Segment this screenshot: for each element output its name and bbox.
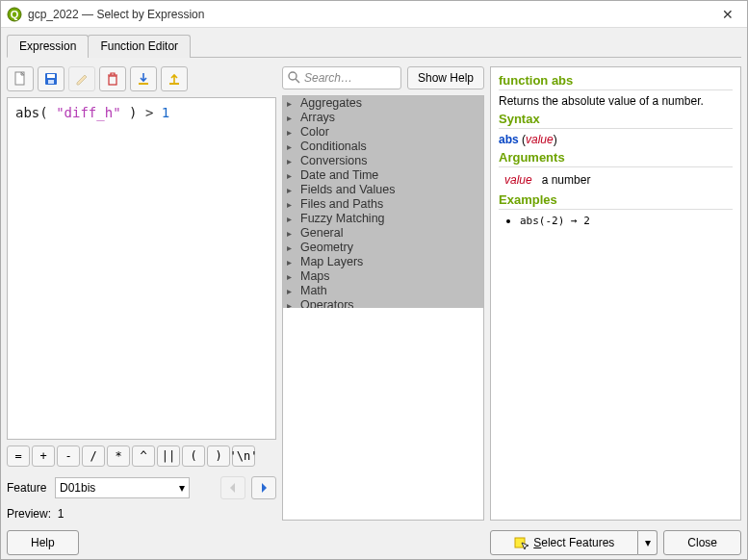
category-aggregates[interactable]: ▸Aggregates — [283, 96, 483, 111]
op-plus[interactable]: + — [32, 445, 55, 467]
expand-arrow-icon: ▸ — [287, 226, 300, 241]
help-button[interactable]: Help — [7, 530, 79, 555]
edit-button — [68, 66, 95, 91]
svg-rect-5 — [48, 80, 54, 84]
category-label: Aggregates — [300, 96, 362, 111]
next-feature-button[interactable] — [251, 476, 276, 499]
expand-arrow-icon: ▸ — [287, 255, 300, 269]
help-arg-row: value a number — [499, 171, 733, 189]
help-arg-name: value — [504, 173, 532, 187]
category-label: Geometry — [300, 241, 353, 255]
op-newline[interactable]: '\n' — [232, 445, 255, 467]
category-maps[interactable]: ▸Maps — [283, 269, 483, 284]
select-features-dropdown[interactable]: ▾ — [638, 530, 658, 555]
category-conversions[interactable]: ▸Conversions — [283, 154, 483, 168]
help-title: function abs — [499, 73, 733, 90]
expand-arrow-icon: ▸ — [287, 154, 300, 168]
svg-rect-6 — [109, 76, 116, 85]
help-arg-desc: a number — [542, 173, 591, 187]
svg-point-9 — [289, 72, 297, 80]
category-geometry[interactable]: ▸Geometry — [283, 241, 483, 255]
category-label: Fields and Values — [300, 183, 395, 197]
preview-value: 1 — [58, 507, 64, 521]
op-div[interactable]: / — [82, 445, 105, 467]
titlebar: Q gcp_2022 — Select by Expression ✕ — [1, 1, 747, 28]
feature-value: D01bis — [60, 481, 95, 495]
category-label: Conversions — [300, 154, 367, 168]
import-button[interactable] — [130, 66, 157, 91]
category-map-layers[interactable]: ▸Map Layers — [283, 255, 483, 269]
main-panes: abs( "diff_h" ) > 1 = + - / * ^ || ( ) '… — [7, 57, 741, 521]
chevron-down-icon: ▾ — [179, 481, 185, 495]
op-lparen[interactable]: ( — [182, 445, 205, 467]
export-button[interactable] — [161, 66, 188, 91]
category-label: Math — [300, 284, 327, 298]
expand-arrow-icon: ▸ — [287, 125, 300, 140]
expr-field: "diff_h" — [48, 105, 129, 120]
feature-combo[interactable]: D01bis ▾ — [55, 477, 190, 498]
op-mul[interactable]: * — [107, 445, 130, 467]
category-arrays[interactable]: ▸Arrays — [283, 111, 483, 125]
expression-pane: abs( "diff_h" ) > 1 = + - / * ^ || ( ) '… — [7, 66, 276, 521]
select-features-group: Select Features ▾ — [490, 530, 658, 555]
svg-line-10 — [296, 79, 299, 83]
category-files-and-paths[interactable]: ▸Files and Paths — [283, 197, 483, 212]
category-label: Files and Paths — [300, 197, 383, 212]
help-panel: function abs Returns the absolute value … — [490, 66, 741, 521]
op-minus[interactable]: - — [57, 445, 80, 467]
help-syntax-arg: value — [526, 133, 554, 146]
function-tree[interactable]: ▸Aggregates▸Arrays▸Color▸Conditionals▸Co… — [282, 95, 484, 521]
category-operators[interactable]: ▸Operators — [283, 298, 483, 308]
search-placeholder: Search… — [304, 71, 352, 85]
expr-num: 1 — [162, 105, 169, 120]
select-features-icon — [514, 535, 529, 550]
category-fuzzy-matching[interactable]: ▸Fuzzy Matching — [283, 212, 483, 226]
svg-rect-4 — [47, 74, 55, 78]
expand-arrow-icon: ▸ — [287, 183, 300, 197]
help-syntax-fn: abs — [499, 133, 519, 146]
tab-function-editor[interactable]: Function Editor — [88, 35, 191, 58]
feature-row: Feature D01bis ▾ — [7, 476, 276, 499]
category-label: Conditionals — [300, 140, 367, 154]
category-fields-and-values[interactable]: ▸Fields and Values — [283, 183, 483, 197]
category-conditionals[interactable]: ▸Conditionals — [283, 140, 483, 154]
expand-arrow-icon: ▸ — [287, 140, 300, 154]
select-features-button[interactable]: Select Features — [490, 530, 638, 555]
expand-arrow-icon: ▸ — [287, 168, 300, 183]
op-rparen[interactable]: ) — [207, 445, 230, 467]
expand-arrow-icon: ▸ — [287, 241, 300, 255]
app-icon: Q — [7, 7, 22, 22]
show-help-button[interactable]: Show Help — [407, 66, 484, 89]
expand-arrow-icon: ▸ — [287, 284, 300, 298]
help-pane: function abs Returns the absolute value … — [490, 66, 741, 521]
svg-text:Q: Q — [11, 9, 19, 20]
new-file-button[interactable] — [7, 66, 34, 91]
dialog-button-bar: Help Select Features ▾ Close — [7, 521, 741, 555]
category-label: Color — [300, 125, 329, 140]
dialog-body: Expression Function Editor abs( "diff_h"… — [1, 28, 747, 560]
category-color[interactable]: ▸Color — [283, 125, 483, 140]
op-pow[interactable]: ^ — [132, 445, 155, 467]
expression-toolbar — [7, 66, 276, 91]
save-button[interactable] — [38, 66, 64, 91]
category-date-and-time[interactable]: ▸Date and Time — [283, 168, 483, 183]
help-description: Returns the absolute value of a number. — [499, 94, 733, 108]
tab-expression[interactable]: Expression — [7, 35, 89, 58]
svg-rect-8 — [169, 83, 179, 85]
category-math[interactable]: ▸Math — [283, 284, 483, 298]
op-eq[interactable]: = — [7, 445, 30, 467]
tab-bar: Expression Function Editor — [7, 35, 741, 58]
close-button[interactable]: Close — [663, 530, 741, 555]
expr-op: > — [137, 105, 161, 120]
delete-button[interactable] — [99, 66, 126, 91]
select-features-label: Select Features — [533, 536, 614, 549]
feature-label: Feature — [7, 481, 49, 495]
window-title: gcp_2022 — Select by Expression — [28, 8, 714, 21]
op-concat[interactable]: || — [157, 445, 180, 467]
expand-arrow-icon: ▸ — [287, 269, 300, 284]
expression-editor[interactable]: abs( "diff_h" ) > 1 — [7, 97, 276, 440]
search-input[interactable]: Search… — [282, 66, 401, 89]
window-close-button[interactable]: ✕ — [714, 7, 741, 22]
category-general[interactable]: ▸General — [283, 226, 483, 241]
help-examples-heading: Examples — [499, 192, 733, 210]
